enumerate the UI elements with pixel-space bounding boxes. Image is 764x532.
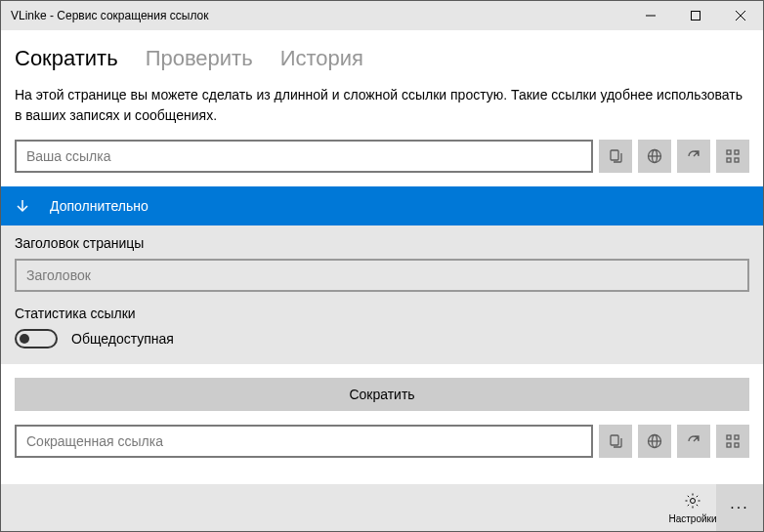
qr-short-button[interactable] <box>716 425 749 458</box>
short-url-row <box>15 425 749 458</box>
titlebar: VLinke - Сервис сокращения ссылок <box>1 1 763 30</box>
url-input[interactable] <box>15 140 593 173</box>
content-area: Сократить Проверить История На этой стра… <box>1 30 763 484</box>
svg-rect-11 <box>735 158 739 162</box>
svg-rect-9 <box>735 150 739 154</box>
url-input-row <box>15 140 749 173</box>
svg-point-21 <box>691 498 696 503</box>
tab-history[interactable]: История <box>280 46 363 71</box>
stats-label: Статистика ссылки <box>15 306 749 321</box>
share-short-button[interactable] <box>677 425 710 458</box>
arrow-down-icon <box>15 198 30 214</box>
expander-label: Дополнительно <box>50 198 149 214</box>
open-browser-button[interactable] <box>638 140 671 173</box>
window-controls <box>628 1 763 30</box>
svg-rect-18 <box>735 435 739 439</box>
tab-bar: Сократить Проверить История <box>15 46 749 71</box>
minimize-button[interactable] <box>628 1 673 30</box>
svg-rect-4 <box>611 150 618 160</box>
maximize-button[interactable] <box>673 1 718 30</box>
stats-section: Статистика ссылки Общедоступная <box>15 306 749 348</box>
svg-rect-10 <box>727 158 731 162</box>
settings-label: Настройки <box>668 513 716 524</box>
toggle-label: Общедоступная <box>71 331 174 347</box>
svg-rect-20 <box>735 443 739 447</box>
svg-rect-13 <box>611 435 618 445</box>
footer-bar: Настройки ··· <box>1 484 763 531</box>
tab-check[interactable]: Проверить <box>146 46 253 71</box>
window-title: VLinke - Сервис сокращения ссылок <box>11 9 628 22</box>
page-title-label: Заголовок страницы <box>15 235 749 251</box>
svg-rect-8 <box>727 150 731 154</box>
gear-icon <box>684 492 701 512</box>
settings-button[interactable]: Настройки <box>669 484 716 531</box>
close-button[interactable] <box>718 1 763 30</box>
svg-rect-19 <box>727 443 731 447</box>
copy-button[interactable] <box>599 140 632 173</box>
open-short-browser-button[interactable] <box>638 425 671 458</box>
qr-button[interactable] <box>716 140 749 173</box>
app-window: VLinke - Сервис сокращения ссылок Сократ… <box>0 0 764 532</box>
more-button[interactable]: ··· <box>716 484 763 531</box>
toggle-knob <box>20 334 29 344</box>
page-title-input[interactable] <box>15 259 749 292</box>
advanced-expander[interactable]: Дополнительно <box>1 186 763 225</box>
share-button[interactable] <box>677 140 710 173</box>
tab-shorten[interactable]: Сократить <box>15 46 118 71</box>
shorten-button[interactable]: Сократить <box>15 378 749 411</box>
public-toggle[interactable] <box>15 329 58 348</box>
toggle-row: Общедоступная <box>15 329 749 348</box>
copy-short-button[interactable] <box>599 425 632 458</box>
short-url-input[interactable] <box>15 425 593 458</box>
page-description: На этой странице вы можете сделать из дл… <box>15 85 749 126</box>
svg-rect-17 <box>727 435 731 439</box>
advanced-panel: Заголовок страницы Статистика ссылки Общ… <box>1 225 763 364</box>
svg-rect-1 <box>692 12 700 20</box>
